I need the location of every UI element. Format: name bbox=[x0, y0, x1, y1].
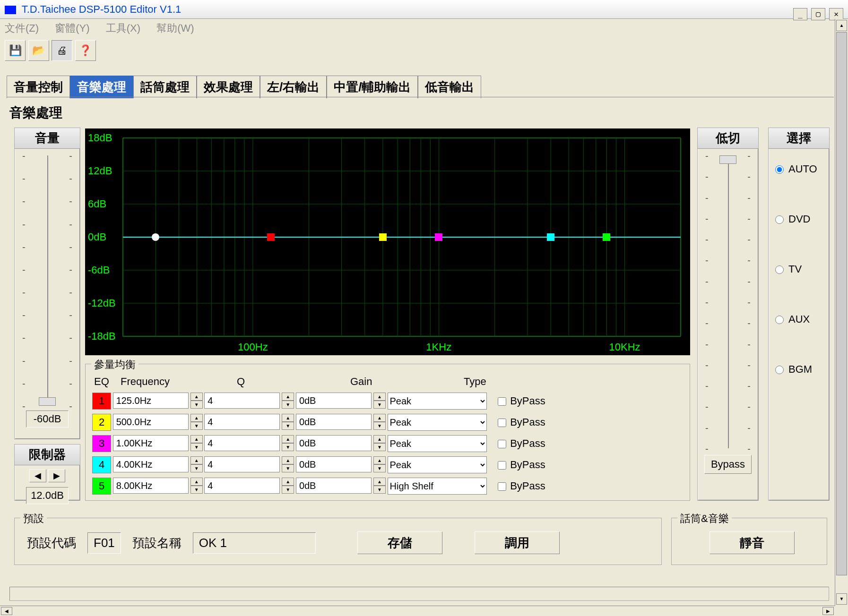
spin-up[interactable]: ▲ bbox=[373, 393, 386, 401]
radio-input[interactable] bbox=[775, 265, 784, 274]
menu-file[interactable]: 文件(Z) bbox=[5, 22, 39, 34]
spin-down[interactable]: ▼ bbox=[190, 486, 203, 494]
eq-gain-input[interactable] bbox=[296, 393, 372, 409]
spin-up[interactable]: ▲ bbox=[373, 414, 386, 422]
menu-help[interactable]: 幫助(W) bbox=[156, 22, 194, 34]
spin-down[interactable]: ▼ bbox=[190, 422, 203, 430]
spin-down[interactable]: ▼ bbox=[373, 401, 386, 409]
spin-up[interactable]: ▲ bbox=[282, 414, 294, 422]
minimize-button[interactable]: _ bbox=[793, 8, 807, 20]
preset-load-button[interactable]: 調用 bbox=[475, 531, 560, 554]
spin-down[interactable]: ▼ bbox=[373, 443, 386, 451]
spin-up[interactable]: ▲ bbox=[373, 435, 386, 443]
spin-up[interactable]: ▲ bbox=[373, 478, 386, 486]
select-option-aux[interactable]: AUX bbox=[775, 313, 829, 325]
horizontal-scrollbar[interactable]: ◀ ▶ bbox=[0, 606, 835, 616]
eq-marker-EQ1[interactable] bbox=[267, 233, 275, 241]
limiter-decrease[interactable]: ◀ bbox=[29, 469, 46, 482]
radio-input[interactable] bbox=[775, 366, 784, 374]
eq-type-select[interactable]: Peak bbox=[388, 435, 487, 452]
spin-up[interactable]: ▲ bbox=[190, 456, 203, 464]
eq-freq-input[interactable] bbox=[113, 456, 189, 472]
eq-marker-start[interactable] bbox=[152, 233, 159, 241]
volume-slider[interactable]: ------------------------ bbox=[15, 155, 80, 406]
spin-down[interactable]: ▼ bbox=[373, 422, 386, 430]
select-option-tv[interactable]: TV bbox=[775, 263, 829, 275]
radio-input[interactable] bbox=[775, 165, 784, 174]
menu-tool[interactable]: 工具(X) bbox=[106, 22, 140, 34]
close-button[interactable]: ✕ bbox=[829, 8, 843, 20]
menu-window[interactable]: 窗體(Y) bbox=[55, 22, 89, 34]
spin-down[interactable]: ▼ bbox=[373, 464, 386, 472]
tab-4[interactable]: 左/右輸出 bbox=[260, 76, 327, 98]
save-icon[interactable]: 💾 bbox=[5, 40, 26, 61]
eq-type-select[interactable]: Peak bbox=[388, 456, 487, 473]
low-cut-bypass-button[interactable]: Bypass bbox=[704, 455, 752, 474]
scroll-down-button[interactable]: ▼ bbox=[836, 593, 847, 605]
eq-marker-EQ5[interactable] bbox=[603, 233, 610, 241]
spin-up[interactable]: ▲ bbox=[282, 393, 294, 401]
eq-freq-input[interactable] bbox=[113, 414, 189, 430]
eq-gain-input[interactable] bbox=[296, 435, 372, 451]
spin-up[interactable]: ▲ bbox=[282, 435, 294, 443]
eq-q-input[interactable] bbox=[204, 414, 280, 430]
open-icon[interactable]: 📂 bbox=[28, 40, 49, 61]
spin-up[interactable]: ▲ bbox=[282, 478, 294, 486]
eq-type-select[interactable]: Peak bbox=[388, 414, 487, 431]
mute-button[interactable]: 靜音 bbox=[710, 531, 795, 554]
eq-type-select[interactable]: High Shelf bbox=[388, 478, 487, 495]
eq-q-input[interactable] bbox=[204, 478, 280, 494]
radio-input[interactable] bbox=[775, 215, 784, 224]
eq-q-input[interactable] bbox=[204, 456, 280, 472]
spin-up[interactable]: ▲ bbox=[190, 414, 203, 422]
eq-bypass-checkbox[interactable] bbox=[498, 461, 506, 470]
eq-gain-input[interactable] bbox=[296, 414, 372, 430]
spin-up[interactable]: ▲ bbox=[190, 435, 203, 443]
eq-graph[interactable]: 18dB12dB6dB0dB-6dB-12dB-18dB100Hz1KHz10K… bbox=[85, 128, 690, 355]
spin-up[interactable]: ▲ bbox=[190, 393, 203, 401]
tab-5[interactable]: 中置/輔助輸出 bbox=[327, 76, 418, 98]
eq-freq-input[interactable] bbox=[113, 393, 189, 409]
limiter-increase[interactable]: ▶ bbox=[48, 469, 65, 482]
spin-down[interactable]: ▼ bbox=[282, 401, 294, 409]
eq-bypass-checkbox[interactable] bbox=[498, 397, 506, 406]
spin-up[interactable]: ▲ bbox=[373, 456, 386, 464]
eq-q-input[interactable] bbox=[204, 435, 280, 451]
radio-input[interactable] bbox=[775, 316, 784, 324]
scroll-right-button[interactable]: ▶ bbox=[822, 607, 834, 615]
eq-gain-input[interactable] bbox=[296, 478, 372, 494]
maximize-button[interactable]: ▢ bbox=[811, 8, 825, 20]
vertical-scrollbar[interactable]: ▲ ▼ bbox=[835, 19, 848, 606]
spin-up[interactable]: ▲ bbox=[282, 456, 294, 464]
low-cut-slider[interactable]: ------------------------------ bbox=[698, 155, 758, 448]
select-option-dvd[interactable]: DVD bbox=[775, 213, 829, 225]
tab-3[interactable]: 效果處理 bbox=[197, 76, 260, 98]
vscroll-thumb[interactable] bbox=[836, 32, 847, 575]
spin-down[interactable]: ▼ bbox=[190, 443, 203, 451]
scroll-up-button[interactable]: ▲ bbox=[836, 20, 847, 31]
spin-down[interactable]: ▼ bbox=[373, 486, 386, 494]
select-option-bgm[interactable]: BGM bbox=[775, 363, 829, 376]
print-icon[interactable]: 🖨 bbox=[52, 40, 72, 61]
tab-1[interactable]: 音樂處理 bbox=[70, 76, 133, 98]
help-icon[interactable]: ❓ bbox=[75, 40, 96, 61]
eq-bypass-checkbox[interactable] bbox=[498, 482, 506, 491]
eq-freq-input[interactable] bbox=[113, 478, 189, 494]
tab-2[interactable]: 話筒處理 bbox=[133, 76, 197, 98]
eq-marker-EQ2[interactable] bbox=[379, 233, 387, 241]
eq-freq-input[interactable] bbox=[113, 435, 189, 451]
tab-0[interactable]: 音量控制 bbox=[7, 76, 70, 98]
spin-down[interactable]: ▼ bbox=[282, 422, 294, 430]
tab-6[interactable]: 低音輸出 bbox=[418, 76, 481, 98]
eq-marker-EQ4[interactable] bbox=[547, 233, 554, 241]
eq-marker-EQ3[interactable] bbox=[435, 233, 442, 241]
preset-save-button[interactable]: 存儲 bbox=[357, 531, 442, 554]
eq-type-select[interactable]: Peak bbox=[388, 393, 487, 410]
select-option-auto[interactable]: AUTO bbox=[775, 163, 829, 175]
eq-bypass-checkbox[interactable] bbox=[498, 440, 506, 448]
eq-bypass-checkbox[interactable] bbox=[498, 419, 506, 427]
spin-down[interactable]: ▼ bbox=[190, 464, 203, 472]
spin-up[interactable]: ▲ bbox=[190, 478, 203, 486]
eq-q-input[interactable] bbox=[204, 393, 280, 409]
spin-down[interactable]: ▼ bbox=[282, 486, 294, 494]
